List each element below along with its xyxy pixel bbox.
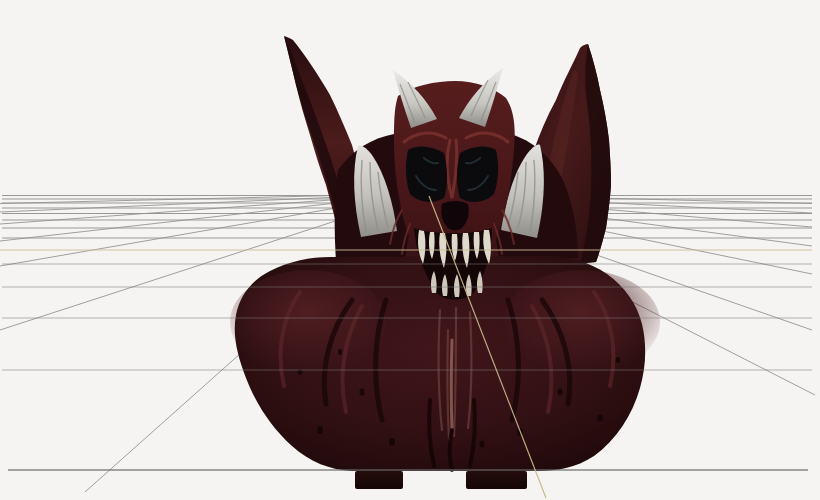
right-shoulder-sheen [504, 270, 660, 374]
left-eye-socket [406, 146, 447, 201]
sternum-highlight [451, 340, 452, 428]
right-eye-socket [457, 146, 498, 201]
right-foot [466, 471, 527, 489]
scene-canvas [0, 0, 820, 500]
model-viewport[interactable] [0, 0, 820, 500]
demon-creature-model [230, 36, 660, 489]
left-shoulder-sheen [230, 270, 386, 374]
left-foot [355, 471, 403, 489]
